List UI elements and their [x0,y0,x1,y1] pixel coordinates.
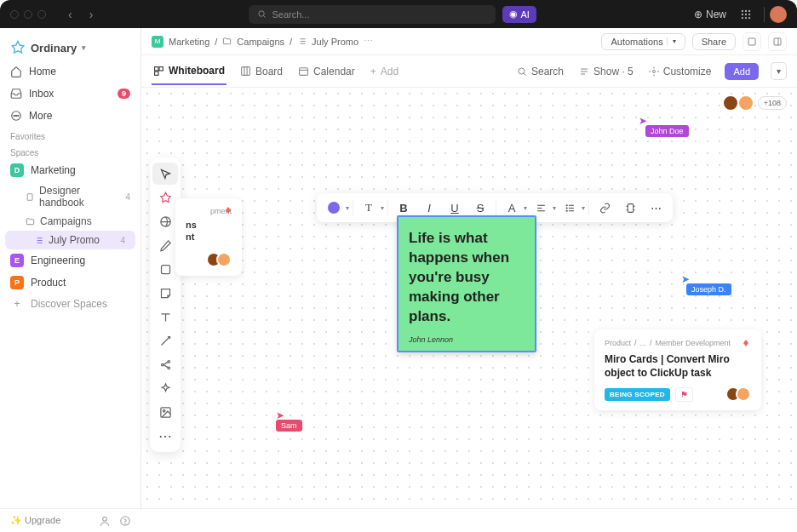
tab-whiteboard[interactable]: Whiteboard [152,58,226,85]
nav-more[interactable]: More [0,105,140,127]
fmt-fill-color[interactable] [322,197,346,219]
new-button[interactable]: ⊕ New [687,9,733,20]
tool-relation[interactable] [152,353,178,375]
tool-web[interactable] [152,210,178,232]
tool-text[interactable] [152,306,178,328]
collab-count[interactable]: +108 [758,96,787,110]
discover-spaces[interactable]: + Discover Spaces [0,294,140,314]
ai-button[interactable]: ◉ AI [502,6,536,23]
tab-add[interactable]: + Add [369,59,400,84]
view-search[interactable]: Search [515,59,565,84]
window-controls [10,10,46,19]
whiteboard-canvas[interactable]: +108 ⋯ ▾ T▾ [141,88,797,508]
view-customize[interactable]: Customize [647,59,714,84]
crumb-more-icon[interactable]: ⋯ [364,36,373,47]
svg-point-0 [259,11,264,16]
svg-point-56 [125,523,126,524]
svg-rect-25 [159,66,163,70]
search-input[interactable]: Search... [249,5,496,24]
sidebar-handbook[interactable]: Designer handbook 4 [0,181,140,212]
svg-rect-53 [628,203,634,212]
workspace-selector[interactable]: Ordinary ▾ [0,35,140,60]
tool-more[interactable]: ⋯ [152,425,178,447]
breadcrumb-bar: M Marketing/ Campaigns/ July Promo ⋯ Aut… [141,28,797,55]
sticky-text[interactable]: Life is what happens when you're busy ma… [409,229,525,327]
help-icon[interactable] [119,515,131,527]
favorites-section: Favorites [0,127,140,143]
automations-button[interactable]: Automations▾ [601,33,685,50]
svg-point-3 [748,9,750,11]
svg-point-43 [163,409,165,412]
svg-point-1 [742,9,743,11]
tool-select[interactable] [152,163,178,185]
space-engineering[interactable]: E Engineering [0,249,140,272]
crumb-campaigns[interactable]: Campaigns [237,37,284,47]
task-card-2[interactable]: Product / ... / Member Development Miro … [594,329,761,410]
tab-board[interactable]: Board [238,59,284,84]
nav-back[interactable]: ‹ [63,6,77,23]
svg-point-9 [748,16,750,18]
inbox-icon [10,88,22,100]
whiteboard-icon [153,66,164,77]
nav-forward[interactable]: › [84,6,99,23]
sticky-author: John Lennon [409,335,525,344]
card2-flag-icon[interactable]: ⚑ [675,387,693,402]
fmt-more[interactable]: ⋯ [644,197,668,219]
collab-avatar-1[interactable] [722,94,739,112]
svg-point-11 [14,115,14,116]
add-button[interactable]: Add [725,63,759,80]
settings-icon [649,66,659,77]
panel-icon[interactable] [768,32,787,51]
fmt-clip[interactable] [618,197,642,219]
inbox-badge: 9 [118,89,130,99]
user-icon[interactable] [99,515,111,527]
share-button[interactable]: Share [692,33,736,50]
fmt-list[interactable] [558,197,582,219]
sidebar-campaigns[interactable]: Campaigns [0,212,140,231]
tool-shape[interactable] [152,258,178,280]
maximize-dot[interactable] [37,10,46,19]
tool-image[interactable] [152,401,178,423]
fmt-link[interactable] [593,197,616,219]
close-dot[interactable] [10,10,19,19]
clickup-logo-icon [741,338,751,348]
tool-connector[interactable] [152,329,178,352]
crumb-july[interactable]: July Promo [312,37,358,47]
tool-task[interactable] [152,186,178,209]
crumb-marketing[interactable]: Marketing [169,37,209,47]
card2-status-tag[interactable]: BEING SCOPED [605,388,670,401]
doc-icon [26,192,34,202]
task-card-1[interactable]: pment nsnt [175,198,242,276]
minimize-dot[interactable] [24,10,32,19]
upgrade-button[interactable]: ✨ Upgrade [10,515,60,526]
add-caret[interactable]: ▾ [771,62,787,80]
space-marketing[interactable]: D Marketing [0,159,140,181]
tool-ai[interactable] [152,377,178,399]
tool-pen[interactable] [152,234,178,256]
sticky-note[interactable]: Life is what happens when you're busy ma… [397,215,536,352]
svg-point-4 [742,13,743,14]
space-product[interactable]: P Product [0,272,140,294]
svg-rect-21 [748,38,755,45]
tool-sticky[interactable] [152,282,178,304]
svg-rect-22 [774,38,781,45]
view-show[interactable]: Show · 5 [577,59,635,84]
tab-calendar[interactable]: Calendar [296,59,357,84]
svg-point-52 [566,210,567,211]
user-avatar[interactable] [770,6,787,23]
nav-home[interactable]: Home [0,60,140,83]
search-icon [257,9,267,19]
svg-point-12 [15,115,16,116]
notif-icon[interactable] [743,32,761,51]
svg-point-8 [745,16,747,18]
fmt-font[interactable]: T [357,197,381,219]
nav-inbox[interactable]: Inbox 9 [0,83,140,105]
sidebar-july-promo[interactable]: July Promo 4 [5,231,135,249]
cursor-label-sam: Sam [276,420,302,432]
svg-point-6 [748,13,750,14]
cursor-label-john: John Doe [645,125,689,137]
apps-icon[interactable] [740,9,752,20]
cursor-label-joseph: Joseph D. [686,283,731,295]
collab-avatar-2[interactable] [737,94,754,112]
collaborators[interactable]: +108 [727,94,787,112]
